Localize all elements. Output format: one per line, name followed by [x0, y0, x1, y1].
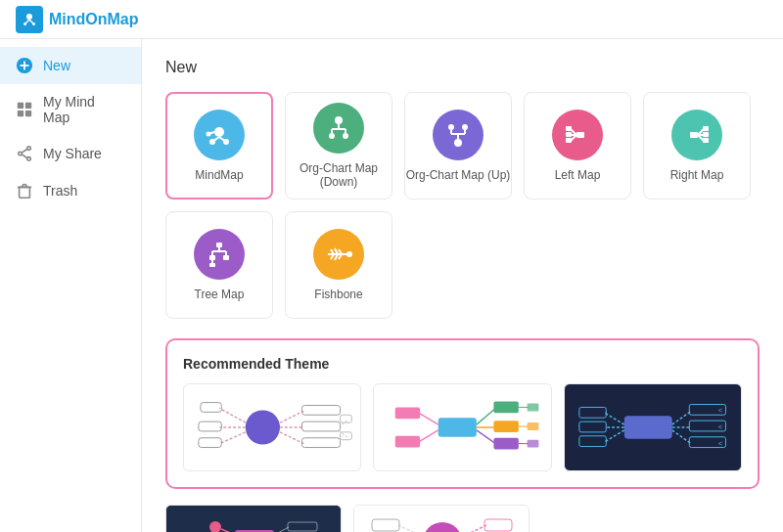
svg-rect-99: [494, 421, 519, 432]
map-card-mindmap[interactable]: MindMap: [165, 92, 273, 200]
header: MindOnMap: [0, 0, 783, 39]
sidebar-item-trash[interactable]: Trash: [0, 172, 141, 209]
sidebar-item-my-share[interactable]: My Share: [0, 135, 141, 172]
new-section-title: New: [165, 59, 760, 76]
tree-map-icon: [194, 229, 245, 280]
map-card-right-map[interactable]: Right Map: [643, 92, 751, 200]
sidebar-item-my-mind-map[interactable]: My Mind Map: [0, 84, 141, 135]
svg-rect-55: [703, 132, 709, 137]
svg-point-36: [454, 139, 462, 147]
svg-rect-49: [566, 138, 572, 143]
svg-point-74: [246, 410, 280, 444]
svg-rect-62: [209, 255, 215, 260]
svg-text:<: <: [717, 422, 722, 431]
svg-line-16: [22, 155, 26, 158]
svg-rect-78: [199, 421, 221, 431]
svg-rect-43: [576, 132, 584, 138]
org-chart-up-icon: [433, 110, 484, 160]
svg-line-100: [477, 430, 496, 444]
org-chart-up-label: Org-Chart Map (Up): [406, 168, 511, 182]
svg-rect-65: [209, 263, 215, 267]
map-card-tree-map[interactable]: Tree Map: [165, 211, 273, 319]
svg-line-75: [219, 408, 245, 422]
svg-rect-125: [166, 506, 342, 532]
svg-point-41: [448, 124, 454, 130]
svg-rect-7: [21, 65, 29, 66]
bottom-card-2[interactable]: [353, 505, 530, 532]
map-card-org-chart-up[interactable]: Org-Chart Map (Up): [404, 92, 512, 200]
svg-rect-11: [25, 111, 31, 116]
svg-rect-63: [223, 255, 229, 260]
svg-rect-50: [690, 132, 698, 138]
theme-card-3[interactable]: < < <: [564, 383, 742, 471]
left-map-label: Left Map: [555, 168, 601, 182]
map-card-left-map[interactable]: Left Map: [524, 92, 631, 200]
svg-rect-84: [301, 421, 340, 431]
recommended-title: Recommended Theme: [183, 356, 742, 372]
svg-point-67: [346, 251, 352, 257]
left-map-icon: [552, 110, 603, 160]
mindmap-label: MindMap: [195, 168, 243, 182]
svg-point-34: [329, 133, 335, 139]
trash-icon: [16, 182, 33, 200]
logo: MindOnMap: [16, 6, 139, 33]
svg-point-13: [19, 152, 23, 155]
svg-text:<: <: [717, 439, 722, 448]
content-area: New MindMap: [142, 39, 783, 532]
fishbone-icon: [313, 229, 364, 280]
mindmap-icon: [194, 110, 245, 160]
theme-grid: < < <: [183, 383, 742, 471]
svg-rect-97: [494, 402, 519, 414]
map-type-grid: MindMap Org-Chart Map (Down): [165, 92, 760, 319]
svg-rect-95: [395, 436, 420, 448]
svg-rect-80: [199, 438, 221, 448]
sidebar: New My Mind Map: [0, 39, 142, 532]
svg-text:<: <: [717, 406, 722, 415]
main-layout: New My Mind Map: [0, 39, 783, 532]
svg-point-29: [335, 116, 343, 124]
svg-rect-82: [301, 406, 340, 416]
svg-rect-107: [528, 440, 539, 448]
sidebar-my-share-label: My Share: [43, 146, 102, 161]
fishbone-label: Fishbone: [314, 288, 362, 301]
svg-rect-57: [216, 243, 222, 247]
right-map-label: Right Map: [670, 168, 724, 182]
svg-line-85: [280, 432, 303, 444]
svg-rect-93: [395, 407, 420, 419]
map-card-fishbone[interactable]: Fishbone: [285, 211, 392, 319]
org-chart-down-icon: [313, 103, 364, 154]
logo-text: MindOnMap: [49, 11, 139, 28]
sidebar-item-new[interactable]: New: [0, 47, 141, 84]
theme-card-1[interactable]: [183, 383, 361, 471]
bottom-card-1[interactable]: [165, 505, 342, 532]
plus-icon: [16, 57, 33, 74]
svg-point-3: [23, 22, 26, 25]
map-card-org-chart-down[interactable]: Org-Chart Map (Down): [285, 92, 392, 200]
svg-point-4: [32, 22, 35, 25]
svg-rect-8: [18, 103, 23, 109]
svg-rect-101: [494, 438, 519, 450]
svg-line-96: [477, 408, 496, 424]
svg-line-79: [219, 432, 245, 444]
sidebar-my-mind-map-label: My Mind Map: [43, 94, 125, 125]
svg-rect-17: [20, 187, 30, 198]
svg-rect-9: [25, 103, 31, 109]
org-chart-down-label: Org-Chart Map (Down): [286, 161, 392, 189]
svg-point-12: [27, 147, 31, 151]
svg-rect-54: [703, 126, 709, 131]
recommended-theme-section: Recommended Theme: [165, 338, 760, 489]
svg-rect-86: [301, 438, 340, 448]
svg-point-0: [26, 14, 32, 20]
svg-rect-56: [703, 138, 709, 143]
svg-rect-76: [201, 403, 222, 413]
sidebar-trash-label: Trash: [43, 183, 77, 199]
svg-point-22: [214, 127, 224, 137]
svg-rect-91: [438, 418, 477, 437]
svg-rect-10: [18, 111, 23, 116]
svg-line-81: [280, 411, 303, 422]
svg-line-15: [22, 150, 26, 154]
share-icon: [16, 145, 33, 162]
theme-card-2[interactable]: [373, 383, 551, 471]
right-map-icon: [671, 110, 722, 160]
svg-rect-48: [566, 132, 572, 137]
